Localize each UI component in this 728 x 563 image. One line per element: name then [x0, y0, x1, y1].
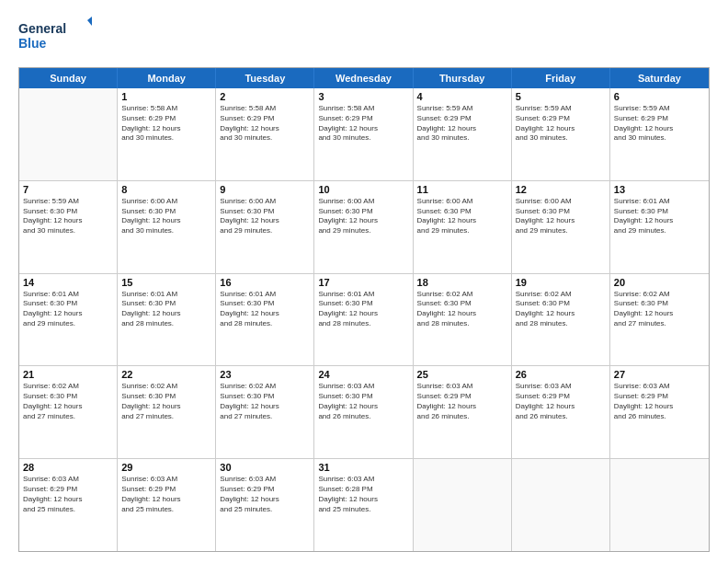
day-info: Sunrise: 6:02 AM Sunset: 6:30 PM Dayligh…	[220, 382, 310, 421]
calendar-cell: 14Sunrise: 6:01 AM Sunset: 6:30 PM Dayli…	[19, 274, 118, 366]
day-info: Sunrise: 6:00 AM Sunset: 6:30 PM Dayligh…	[121, 197, 211, 236]
day-info: Sunrise: 5:58 AM Sunset: 6:29 PM Dayligh…	[220, 104, 310, 144]
day-info: Sunrise: 6:03 AM Sunset: 6:28 PM Dayligh…	[318, 475, 408, 514]
day-number: 3	[318, 91, 408, 102]
day-info: Sunrise: 6:02 AM Sunset: 6:30 PM Dayligh…	[121, 382, 211, 421]
calendar-cell: 16Sunrise: 6:01 AM Sunset: 6:30 PM Dayli…	[216, 274, 314, 366]
calendar-cell: 4Sunrise: 5:59 AM Sunset: 6:29 PM Daylig…	[414, 88, 512, 180]
calendar-cell: 3Sunrise: 5:58 AM Sunset: 6:29 PM Daylig…	[314, 88, 413, 180]
calendar-cell: 1Sunrise: 5:58 AM Sunset: 6:29 PM Daylig…	[118, 88, 216, 180]
calendar-cell: 22Sunrise: 6:02 AM Sunset: 6:30 PM Dayli…	[118, 366, 216, 458]
calendar-cell: 27Sunrise: 6:03 AM Sunset: 6:29 PM Dayli…	[610, 366, 709, 458]
day-number: 21	[23, 369, 113, 380]
day-info: Sunrise: 5:58 AM Sunset: 6:29 PM Dayligh…	[121, 104, 211, 144]
header-day-saturday: Saturday	[610, 68, 709, 88]
header: General Blue	[18, 17, 710, 58]
day-number: 11	[417, 184, 507, 195]
calendar-cell: 21Sunrise: 6:02 AM Sunset: 6:30 PM Dayli…	[19, 366, 118, 458]
calendar-cell: 8Sunrise: 6:00 AM Sunset: 6:30 PM Daylig…	[118, 181, 216, 273]
calendar-cell	[610, 459, 709, 551]
day-number: 16	[220, 277, 310, 288]
header-day-tuesday: Tuesday	[216, 68, 314, 88]
day-info: Sunrise: 6:01 AM Sunset: 6:30 PM Dayligh…	[318, 290, 408, 329]
calendar-cell	[19, 88, 118, 180]
day-number: 25	[417, 369, 507, 380]
calendar-cell: 10Sunrise: 6:00 AM Sunset: 6:30 PM Dayli…	[314, 181, 413, 273]
calendar-cell: 2Sunrise: 5:58 AM Sunset: 6:29 PM Daylig…	[216, 88, 314, 180]
calendar-header: SundayMondayTuesdayWednesdayThursdayFrid…	[19, 68, 709, 88]
day-info: Sunrise: 6:02 AM Sunset: 6:30 PM Dayligh…	[516, 290, 606, 329]
day-number: 6	[614, 91, 705, 102]
day-number: 12	[516, 184, 606, 195]
calendar-cell: 25Sunrise: 6:03 AM Sunset: 6:29 PM Dayli…	[414, 366, 512, 458]
day-number: 14	[23, 277, 113, 288]
day-info: Sunrise: 6:03 AM Sunset: 6:29 PM Dayligh…	[516, 382, 606, 421]
day-info: Sunrise: 6:00 AM Sunset: 6:30 PM Dayligh…	[220, 197, 310, 236]
calendar-cell: 12Sunrise: 6:00 AM Sunset: 6:30 PM Dayli…	[512, 181, 610, 273]
day-info: Sunrise: 5:59 AM Sunset: 6:29 PM Dayligh…	[417, 104, 507, 144]
header-day-wednesday: Wednesday	[314, 68, 413, 88]
day-info: Sunrise: 6:01 AM Sunset: 6:30 PM Dayligh…	[220, 290, 310, 329]
calendar-cell: 30Sunrise: 6:03 AM Sunset: 6:29 PM Dayli…	[216, 459, 314, 551]
day-info: Sunrise: 5:59 AM Sunset: 6:30 PM Dayligh…	[23, 197, 113, 236]
day-info: Sunrise: 6:00 AM Sunset: 6:30 PM Dayligh…	[516, 197, 606, 236]
day-number: 4	[417, 91, 507, 102]
day-info: Sunrise: 6:00 AM Sunset: 6:30 PM Dayligh…	[417, 197, 507, 236]
day-info: Sunrise: 6:03 AM Sunset: 6:29 PM Dayligh…	[220, 475, 310, 514]
svg-text:Blue: Blue	[18, 36, 47, 51]
day-info: Sunrise: 6:03 AM Sunset: 6:29 PM Dayligh…	[417, 382, 507, 421]
calendar-cell: 31Sunrise: 6:03 AM Sunset: 6:28 PM Dayli…	[314, 459, 413, 551]
header-day-monday: Monday	[118, 68, 216, 88]
day-info: Sunrise: 6:03 AM Sunset: 6:30 PM Dayligh…	[318, 382, 408, 421]
calendar-cell: 9Sunrise: 6:00 AM Sunset: 6:30 PM Daylig…	[216, 181, 314, 273]
calendar: SundayMondayTuesdayWednesdayThursdayFrid…	[18, 67, 710, 552]
calendar-cell: 11Sunrise: 6:00 AM Sunset: 6:30 PM Dayli…	[414, 181, 512, 273]
day-number: 28	[23, 462, 113, 473]
day-number: 13	[614, 184, 705, 195]
day-number: 5	[516, 91, 606, 102]
day-info: Sunrise: 6:01 AM Sunset: 6:30 PM Dayligh…	[121, 290, 211, 329]
svg-text:General: General	[18, 21, 66, 36]
day-info: Sunrise: 6:01 AM Sunset: 6:30 PM Dayligh…	[614, 197, 705, 236]
day-info: Sunrise: 5:59 AM Sunset: 6:29 PM Dayligh…	[614, 104, 705, 144]
day-number: 24	[318, 369, 408, 380]
calendar-cell	[512, 459, 610, 551]
day-number: 9	[220, 184, 310, 195]
day-info: Sunrise: 6:01 AM Sunset: 6:30 PM Dayligh…	[23, 290, 113, 329]
day-number: 10	[318, 184, 408, 195]
day-info: Sunrise: 6:02 AM Sunset: 6:30 PM Dayligh…	[23, 382, 113, 421]
day-number: 8	[121, 184, 211, 195]
day-number: 2	[220, 91, 310, 102]
calendar-cell: 17Sunrise: 6:01 AM Sunset: 6:30 PM Dayli…	[314, 274, 413, 366]
header-day-thursday: Thursday	[414, 68, 512, 88]
calendar-cell: 7Sunrise: 5:59 AM Sunset: 6:30 PM Daylig…	[19, 181, 118, 273]
day-number: 29	[121, 462, 211, 473]
logo: General Blue	[18, 17, 92, 58]
calendar-cell: 15Sunrise: 6:01 AM Sunset: 6:30 PM Dayli…	[118, 274, 216, 366]
day-info: Sunrise: 6:00 AM Sunset: 6:30 PM Dayligh…	[318, 197, 408, 236]
calendar-cell: 28Sunrise: 6:03 AM Sunset: 6:29 PM Dayli…	[19, 459, 118, 551]
calendar-cell: 6Sunrise: 5:59 AM Sunset: 6:29 PM Daylig…	[610, 88, 709, 180]
day-info: Sunrise: 6:02 AM Sunset: 6:30 PM Dayligh…	[417, 290, 507, 329]
calendar-cell: 20Sunrise: 6:02 AM Sunset: 6:30 PM Dayli…	[610, 274, 709, 366]
day-number: 31	[318, 462, 408, 473]
day-number: 17	[318, 277, 408, 288]
day-info: Sunrise: 6:03 AM Sunset: 6:29 PM Dayligh…	[614, 382, 705, 421]
calendar-cell: 13Sunrise: 6:01 AM Sunset: 6:30 PM Dayli…	[610, 181, 709, 273]
day-number: 18	[417, 277, 507, 288]
calendar-week-4: 21Sunrise: 6:02 AM Sunset: 6:30 PM Dayli…	[19, 366, 709, 459]
calendar-week-2: 7Sunrise: 5:59 AM Sunset: 6:30 PM Daylig…	[19, 181, 709, 274]
calendar-cell: 19Sunrise: 6:02 AM Sunset: 6:30 PM Dayli…	[512, 274, 610, 366]
day-number: 22	[121, 369, 211, 380]
logo-svg: General Blue	[18, 17, 92, 58]
day-info: Sunrise: 6:02 AM Sunset: 6:30 PM Dayligh…	[614, 290, 705, 329]
day-info: Sunrise: 5:58 AM Sunset: 6:29 PM Dayligh…	[318, 104, 408, 144]
day-info: Sunrise: 6:03 AM Sunset: 6:29 PM Dayligh…	[23, 475, 113, 514]
calendar-cell: 29Sunrise: 6:03 AM Sunset: 6:29 PM Dayli…	[118, 459, 216, 551]
day-number: 27	[614, 369, 705, 380]
calendar-cell: 23Sunrise: 6:02 AM Sunset: 6:30 PM Dayli…	[216, 366, 314, 458]
header-day-friday: Friday	[512, 68, 610, 88]
day-number: 20	[614, 277, 705, 288]
calendar-cell: 24Sunrise: 6:03 AM Sunset: 6:30 PM Dayli…	[314, 366, 413, 458]
day-number: 23	[220, 369, 310, 380]
